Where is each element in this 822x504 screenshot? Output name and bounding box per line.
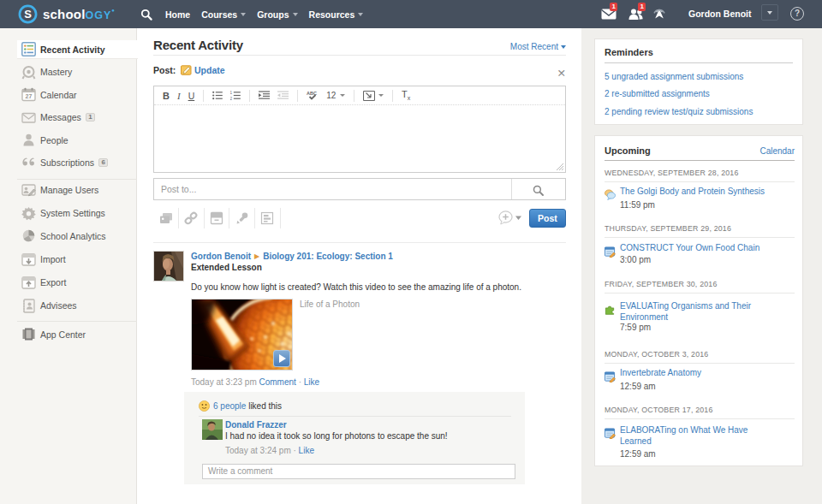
svg-text:2: 2 [230, 97, 233, 100]
svg-text:S: S [24, 8, 32, 21]
svg-text:1: 1 [230, 91, 233, 95]
svg-text:27: 27 [26, 93, 33, 99]
svg-text:ABC: ABC [307, 91, 317, 96]
